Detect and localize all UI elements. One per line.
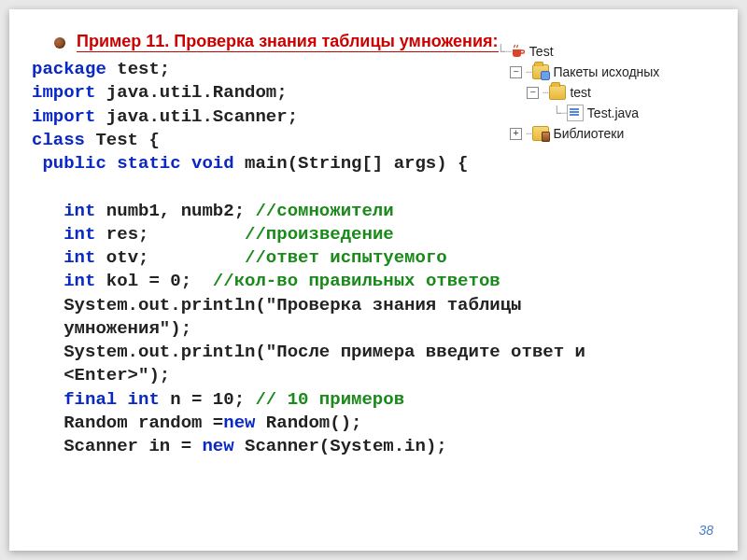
- java-file-icon: [567, 105, 584, 121]
- code-keyword: import: [32, 82, 95, 103]
- tree-label: Пакеты исходных: [553, 64, 659, 79]
- code-keyword: final int: [32, 389, 160, 410]
- code-text: kol = 0;: [95, 271, 212, 291]
- package-folder-icon: [549, 85, 566, 100]
- tree-label: Библиотеки: [553, 126, 624, 141]
- code-keyword: new: [223, 413, 255, 433]
- code-keyword: int: [32, 224, 95, 245]
- code-comment: //кол-во правильных ответов: [213, 271, 500, 291]
- tree-node-libraries[interactable]: + ┈ Библиотеки: [497, 123, 712, 144]
- page-number: 38: [698, 523, 713, 538]
- tree-connector-icon: ┈: [526, 64, 532, 79]
- tree-label: test: [570, 85, 591, 100]
- code-text: test;: [106, 59, 170, 79]
- code-keyword: public static void: [32, 153, 234, 174]
- code-text: Scanner(System.in);: [234, 436, 447, 456]
- code-keyword: package: [32, 59, 106, 79]
- code-comment: //сомножители: [255, 201, 393, 221]
- source-package-folder-icon: [532, 64, 549, 79]
- code-text: умножения");: [32, 318, 191, 339]
- code-keyword: int: [32, 247, 95, 268]
- tree-collapse-icon[interactable]: −: [510, 66, 522, 78]
- code-text: java.util.Random;: [95, 82, 287, 103]
- code-text: n = 10;: [160, 389, 256, 410]
- tree-connector-icon: ┈: [526, 126, 532, 141]
- project-tree: └┈ Test − ┈ Пакеты исходных − ┈ test └┈ …: [497, 41, 712, 144]
- coffee-cup-icon: [511, 44, 526, 59]
- tree-connector-icon: └┈: [497, 44, 511, 59]
- tree-expand-icon[interactable]: +: [510, 128, 522, 140]
- code-text: <Enter>");: [32, 365, 170, 385]
- code-text: Test {: [85, 130, 160, 150]
- code-text: java.util.Scanner;: [95, 106, 298, 127]
- code-text: numb1, numb2;: [95, 201, 255, 221]
- code-comment: // 10 примеров: [255, 389, 404, 410]
- libraries-folder-icon: [532, 126, 549, 141]
- tree-label: Test.java: [587, 105, 639, 120]
- tree-node-project[interactable]: └┈ Test: [497, 41, 712, 62]
- code-text: res;: [95, 224, 245, 245]
- code-text: System.out.println("После примера введит…: [32, 342, 585, 362]
- code-keyword: class: [32, 130, 85, 150]
- tree-connector-icon: └┈: [553, 105, 567, 120]
- code-text: Random random =: [32, 413, 223, 433]
- code-comment: //ответ испытуемого: [245, 247, 447, 268]
- code-text: otv;: [95, 247, 245, 268]
- tree-node-package[interactable]: − ┈ test: [497, 82, 712, 103]
- code-text: main(String[] args) {: [234, 153, 469, 174]
- code-keyword: int: [32, 271, 95, 291]
- code-keyword: new: [202, 436, 233, 456]
- code-comment: //произведение: [245, 224, 394, 245]
- code-text: Scanner in =: [32, 436, 202, 456]
- code-text: System.out.println("Проверка знания табл…: [32, 295, 522, 315]
- code-keyword: import: [32, 106, 95, 127]
- title-text: Пример 11. Проверка знания таблицы умнож…: [77, 32, 499, 52]
- code-text: Random();: [255, 413, 361, 433]
- code-keyword: int: [32, 201, 95, 221]
- tree-node-file[interactable]: └┈ Test.java: [497, 103, 712, 123]
- tree-connector-icon: ┈: [543, 85, 549, 100]
- tree-collapse-icon[interactable]: −: [527, 87, 539, 99]
- bullet-icon: [54, 37, 65, 49]
- tree-label: Test: [529, 44, 554, 59]
- tree-node-sources[interactable]: − ┈ Пакеты исходных: [497, 62, 712, 82]
- slide: Пример 11. Проверка знания таблицы умнож…: [9, 9, 738, 551]
